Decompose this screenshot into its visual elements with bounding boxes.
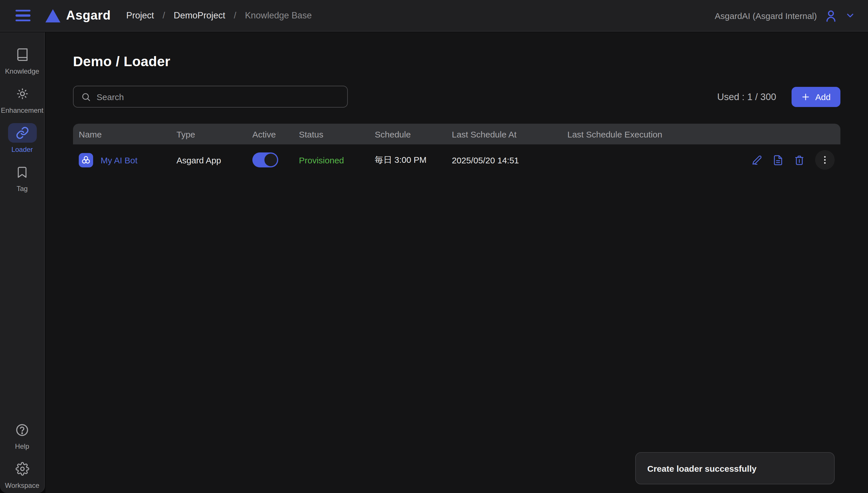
app-root: Asgard Project / DemoProject / Knowledge… bbox=[0, 0, 868, 493]
column-header-last-schedule-execution: Last Schedule Execution bbox=[567, 129, 749, 139]
sidebar-item-label: Workspace bbox=[5, 481, 39, 490]
status-badge: Provisioned bbox=[299, 155, 344, 165]
sidebar: Knowledge Enhancement Loa bbox=[0, 32, 45, 493]
add-button-label: Add bbox=[816, 92, 831, 102]
sidebar-item-label: Tag bbox=[17, 185, 28, 193]
loader-app-icon bbox=[79, 153, 93, 167]
sidebar-item-enhancement[interactable]: Enhancement bbox=[0, 84, 44, 114]
app-logo[interactable]: Asgard bbox=[45, 8, 111, 23]
column-header-active: Active bbox=[252, 129, 299, 139]
table-header-row: Name Type Active Status Schedule Last Sc… bbox=[73, 124, 840, 144]
knot-icon bbox=[81, 155, 91, 165]
document-icon[interactable] bbox=[773, 154, 783, 165]
toast-notification: Create loader successfully bbox=[635, 452, 835, 485]
user-icon[interactable] bbox=[824, 8, 838, 23]
enhancement-icon bbox=[8, 84, 37, 104]
breadcrumb-knowledge-base: Knowledge Base bbox=[245, 10, 312, 21]
sidebar-item-label: Loader bbox=[12, 146, 33, 154]
sidebar-item-label: Knowledge bbox=[5, 67, 39, 76]
active-toggle[interactable] bbox=[252, 152, 278, 167]
loader-name-link[interactable]: My AI Bot bbox=[100, 155, 137, 165]
gear-icon bbox=[8, 459, 37, 479]
breadcrumb-demoproject[interactable]: DemoProject bbox=[174, 10, 225, 21]
help-icon bbox=[8, 420, 37, 440]
breadcrumb-project[interactable]: Project bbox=[126, 10, 154, 21]
toast-message: Create loader successfully bbox=[647, 464, 756, 473]
search-icon bbox=[81, 92, 91, 102]
sidebar-item-tag[interactable]: Tag bbox=[0, 162, 44, 193]
search-input[interactable] bbox=[96, 92, 340, 102]
add-button[interactable]: Add bbox=[792, 87, 840, 107]
edit-icon[interactable] bbox=[751, 154, 762, 165]
sidebar-item-loader[interactable]: Loader bbox=[0, 123, 44, 154]
toolbar: Used : 1 / 300 Add bbox=[73, 86, 840, 108]
column-header-type: Type bbox=[177, 129, 252, 139]
sidebar-item-help[interactable]: Help bbox=[5, 420, 39, 450]
sidebar-item-knowledge[interactable]: Knowledge bbox=[0, 45, 44, 76]
top-navbar: Asgard Project / DemoProject / Knowledge… bbox=[0, 0, 868, 31]
account-label: AsgardAI (Asgard Internal) bbox=[715, 10, 817, 20]
logo-triangle-icon bbox=[45, 9, 60, 22]
column-header-status: Status bbox=[299, 129, 375, 139]
search-box[interactable] bbox=[73, 86, 348, 108]
breadcrumb-separator: / bbox=[163, 10, 165, 21]
table-row: My AI Bot Asgard App Provisioned 毎日 3:00… bbox=[73, 144, 840, 175]
sidebar-item-label: Enhancement bbox=[1, 106, 43, 114]
loader-type-cell: Asgard App bbox=[177, 155, 252, 165]
book-icon bbox=[8, 45, 37, 64]
schedule-cell: 毎日 3:00 PM bbox=[375, 154, 452, 165]
breadcrumb-separator: / bbox=[234, 10, 236, 21]
page-title: Demo / Loader bbox=[73, 53, 840, 70]
last-schedule-at-cell: 2025/05/20 14:51 bbox=[452, 155, 567, 165]
loader-table: Name Type Active Status Schedule Last Sc… bbox=[73, 124, 840, 175]
column-header-last-schedule-at: Last Schedule At bbox=[452, 129, 567, 139]
trash-icon[interactable] bbox=[794, 154, 805, 165]
kebab-menu-icon[interactable] bbox=[815, 150, 835, 170]
column-header-name: Name bbox=[79, 129, 177, 139]
breadcrumb: Project / DemoProject / Knowledge Base bbox=[126, 10, 312, 21]
logo-text: Asgard bbox=[66, 8, 111, 23]
column-header-schedule: Schedule bbox=[375, 129, 452, 139]
plus-icon bbox=[802, 92, 810, 101]
main-content: Demo / Loader Used : 1 / 300 Add bbox=[45, 32, 868, 493]
chevron-down-icon[interactable] bbox=[845, 10, 855, 21]
toggle-knob bbox=[265, 154, 277, 166]
bookmark-icon bbox=[8, 162, 37, 182]
link-icon bbox=[8, 123, 37, 143]
usage-counter: Used : 1 / 300 bbox=[717, 91, 776, 102]
menu-icon[interactable] bbox=[16, 10, 30, 21]
row-actions bbox=[749, 150, 835, 170]
sidebar-item-label: Help bbox=[15, 442, 29, 450]
sidebar-item-workspace[interactable]: Workspace bbox=[5, 459, 39, 490]
